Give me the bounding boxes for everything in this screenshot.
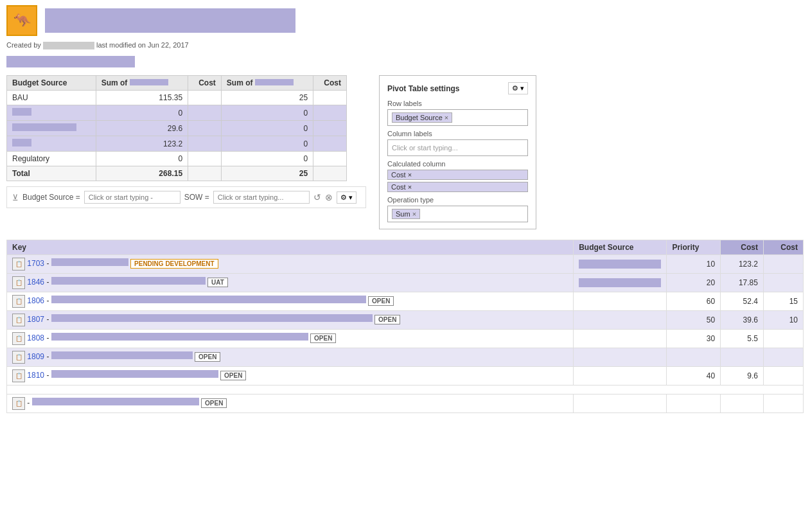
filter-icon: ⊻ [12,193,19,202]
column-labels-label: Column labels [387,130,528,137]
filter-cancel-button[interactable]: ⊗ [325,192,333,202]
key-icon: 📋 [12,397,25,410]
table-row: 29.6 0 [7,121,347,136]
table-row: BAU 115.35 25 [7,91,347,105]
row-labels-tag[interactable]: Budget Source × [392,112,452,123]
column-labels-input[interactable]: Click or start typing... [387,139,528,156]
status-badge: OPEN [310,333,336,343]
row-title-blurred [51,351,193,359]
pivot-table-section: Budget Source Sum of Cost Sum of Cost BA… [6,75,366,208]
col-cost-2: Cost [313,76,347,91]
key-icon: 📋 [12,332,25,345]
col-key: Key [7,240,574,255]
col-sum-of-2: Sum of [221,76,313,91]
main-content: Budget Source Sum of Cost Sum of Cost BA… [0,71,810,233]
row-title-blurred [32,398,199,405]
row-title-blurred [51,277,206,285]
table-row: 📋 1810 - OPEN 40 9.6 [7,367,804,386]
filter-reset-button[interactable]: ↺ [313,192,321,202]
calc-col-tag-1-remove[interactable]: × [408,171,412,179]
status-badge: OPEN [220,371,246,380]
status-badge: OPEN [368,296,394,306]
filter-gear-button[interactable]: ⚙ ▾ [337,191,357,204]
status-badge: OPEN [201,398,227,408]
table-row: 📋 - OPEN [7,395,804,413]
key-icon: 📋 [12,369,25,382]
table-row: 📋 1807 - OPEN 50 39.6 10 [7,311,804,330]
row-id-link[interactable]: 1806 [27,296,44,305]
col-cost-1: Cost [188,76,222,91]
title-bar [45,8,295,33]
row-id-link[interactable]: 1846 [27,278,44,287]
data-table: Key Budget Source Priority Cost Cost 📋 1… [6,240,804,413]
table-row [7,386,804,395]
sow-filter-input[interactable] [213,191,310,204]
table-row: Regulatory 0 0 [7,152,347,166]
row-id-link[interactable]: 1807 [27,315,44,324]
row-labels-input[interactable]: Budget Source × [387,109,528,126]
created-by: Created by last modified on Jun 22, 2017 [0,41,810,55]
status-badge: PENDING DEVELOPMENT [130,259,218,269]
key-icon: 📋 [12,351,25,364]
row-title-blurred [51,314,373,322]
table-row: 📋 1809 - OPEN [7,348,804,367]
pivot-settings-panel: Pivot Table settings ⚙ ▾ Row labels Budg… [379,75,536,229]
operation-type-tag-remove[interactable]: × [412,210,416,218]
calc-col-tag-2[interactable]: Cost × [387,182,528,192]
col-budget-source: Budget Source [574,240,667,255]
budget-source-blurred [579,260,661,269]
budget-source-blurred [579,278,661,287]
calc-col-label: Calculated column [387,160,528,168]
col-sum-of-1: Sum of [96,76,188,91]
table-row: 0 0 [7,105,347,121]
filter-bar: ⊻ Budget Source = SOW = ↺ ⊗ ⚙ ▾ [6,186,366,208]
pivot-table: Budget Source Sum of Cost Sum of Cost BA… [6,75,347,181]
operation-type-tag[interactable]: Sum × [392,209,420,219]
pivot-settings-title: Pivot Table settings [387,84,459,93]
row-title-blurred [51,333,308,341]
key-icon: 📋 [12,314,25,326]
table-row: 📋 1806 - OPEN 60 52.4 15 [7,292,804,311]
calc-col-tag-2-remove[interactable]: × [408,183,412,191]
user-name-blurred [43,42,94,49]
row-id-link[interactable]: 1809 [27,352,44,361]
col-budget-source: Budget Source [7,76,96,91]
pivot-settings-gear-button[interactable]: ⚙ ▾ [508,82,528,94]
table-row: 📋 1846 - UAT 20 17.85 [7,274,804,292]
key-icon: 📋 [12,276,25,289]
key-icon: 📋 [12,295,25,308]
col-cost-1: Cost [721,240,764,255]
status-badge: OPEN [374,315,400,324]
row-id-link[interactable]: 1808 [27,333,44,342]
operation-type-label: Operation type [387,196,528,204]
row-title-blurred [51,258,128,266]
row-labels-label: Row labels [387,100,528,107]
export-bar-blurred [6,56,135,67]
calc-col-tags-container: Cost × Cost × [387,170,528,192]
operation-type-input[interactable]: Sum × [387,206,528,222]
calc-col-tag-1[interactable]: Cost × [387,170,528,180]
data-table-section: Key Budget Source Priority Cost Cost 📋 1… [0,236,810,417]
table-row-total: Total 268.15 25 [7,166,347,181]
status-badge: OPEN [195,352,220,362]
top-bar: 🦘 [0,0,810,41]
row-title-blurred [51,296,366,303]
row-id-link[interactable]: 1703 [27,259,44,268]
table-row: 📋 1808 - OPEN 30 5.5 [7,330,804,348]
col-priority: Priority [667,240,721,255]
row-title-blurred [51,370,218,378]
budget-source-filter-input[interactable] [84,191,180,204]
col-cost-2: Cost [763,240,803,255]
column-labels-placeholder: Click or start typing... [392,144,458,152]
row-id-link[interactable]: 1810 [27,371,44,380]
budget-source-filter-label: Budget Source = [22,193,80,202]
sow-filter-label: SOW = [184,193,209,202]
table-row: 123.2 0 [7,136,347,152]
logo: 🦘 [6,5,37,36]
status-badge: UAT [207,278,228,287]
key-icon: 📋 [12,258,25,270]
row-labels-tag-remove[interactable]: × [445,114,448,121]
table-row: 📋 1703 - PENDING DEVELOPMENT 10 123.2 [7,255,804,274]
